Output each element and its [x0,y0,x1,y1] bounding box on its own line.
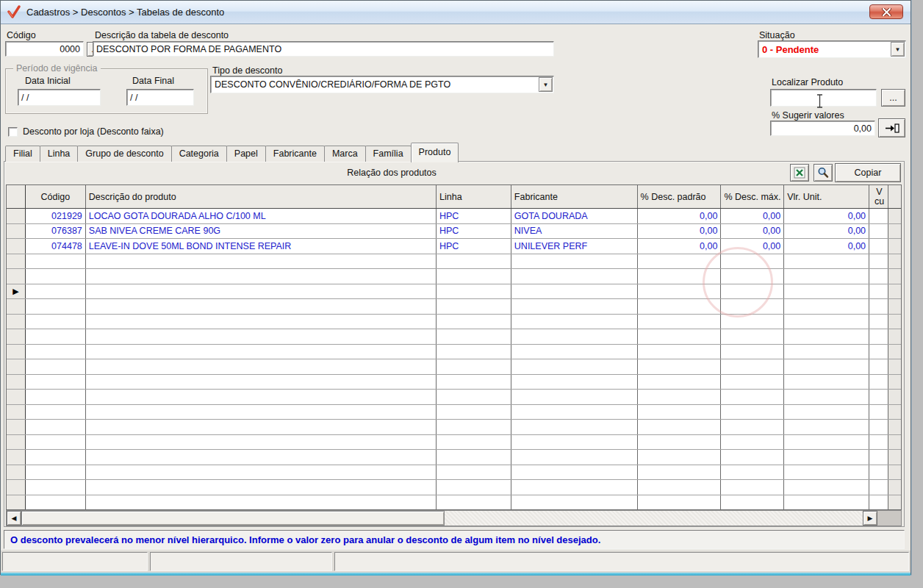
grid-cell[interactable] [638,329,722,344]
grid-cell[interactable] [26,254,86,269]
table-row[interactable] [7,390,901,405]
situacao-dropdown-button[interactable]: ▼ [891,42,905,57]
tab-grupo-de-desconto[interactable]: Grupo de desconto [77,146,171,162]
grid-cell[interactable] [721,495,784,510]
grid-cell[interactable] [511,465,638,480]
row-indicator-cell[interactable] [7,345,26,359]
grid-cell[interactable] [784,495,869,510]
column-header-linha[interactable]: Linha [437,185,511,208]
grid-cell[interactable] [638,345,722,359]
grid-cell-partial[interactable] [869,329,888,344]
grid-cell[interactable] [638,480,722,495]
grid-cell[interactable] [437,420,511,434]
table-row[interactable] [7,480,901,495]
tipo-desconto-dropdown-button[interactable]: ▼ [539,77,553,92]
grid-cell[interactable] [511,495,638,510]
grid-cell-partial[interactable] [869,315,888,329]
vertical-scrollbar-segment[interactable] [888,284,901,299]
grid-cell[interactable] [86,254,437,269]
grid-cell[interactable] [784,359,869,374]
grid-cell[interactable]: 074478 [26,239,86,254]
grid-cell-partial[interactable] [869,390,888,404]
row-indicator-cell[interactable] [7,420,26,434]
column-header-desc-max[interactable]: % Desc. máx. [721,185,784,208]
table-row[interactable]: 076387SAB NIVEA CREME CARE 90GHPCNIVEA0,… [7,224,901,240]
grid-cell[interactable] [26,299,86,314]
row-indicator-cell[interactable] [7,390,26,404]
grid-cell[interactable] [784,315,869,329]
row-indicator-cell[interactable] [7,375,26,390]
grid-cell[interactable] [437,450,511,465]
row-indicator-cell[interactable] [7,224,26,239]
grid-cell[interactable] [437,315,511,329]
table-row[interactable] [7,329,901,345]
table-row[interactable] [7,420,901,435]
grid-cell[interactable] [784,405,869,420]
grid-cell[interactable]: 0,00 [784,224,869,239]
grid-cell[interactable] [784,390,869,404]
grid-cell[interactable] [511,405,638,420]
column-header-vlr-unit[interactable]: Vlr. Unit. [784,185,869,208]
grid-cell[interactable]: 0,00 [638,239,722,254]
vertical-scrollbar-segment[interactable] [888,495,901,510]
grid-cell[interactable] [26,284,86,299]
grid-cell[interactable] [638,495,722,510]
grid-cell[interactable]: 0,00 [721,209,784,223]
grid-cell[interactable] [437,359,511,374]
grid-cell[interactable] [638,420,722,434]
table-row[interactable] [7,465,901,481]
grid-cell[interactable] [437,405,511,420]
grid-cell[interactable] [721,450,784,465]
table-row[interactable] [7,495,901,511]
grid-cell-partial[interactable] [869,495,888,510]
vertical-scrollbar-segment[interactable] [888,315,901,329]
grid-cell[interactable] [784,269,869,284]
grid-cell[interactable] [511,284,638,299]
tab-produto[interactable]: Produto [411,143,459,162]
vertical-scrollbar-segment[interactable] [888,345,901,359]
grid-cell[interactable] [437,375,511,390]
grid-cell[interactable] [86,450,437,465]
grid-cell[interactable] [721,375,784,390]
grid-cell-partial[interactable] [869,224,888,239]
grid-cell-partial[interactable] [869,254,888,269]
grid-cell[interactable] [86,329,437,344]
localizar-produto-field[interactable] [770,89,877,107]
grid-cell[interactable] [511,375,638,390]
grid-cell[interactable] [437,284,511,299]
grid-cell[interactable] [86,480,437,495]
grid-cell[interactable]: HPC [437,209,511,223]
row-indicator-cell[interactable] [7,329,26,344]
tab-categoria[interactable]: Categoria [171,146,227,162]
horizontal-scrollbar-thumb[interactable] [21,511,445,526]
grid-cell[interactable] [26,480,86,495]
table-row[interactable] [7,435,901,451]
close-button[interactable] [869,4,903,19]
grid-cell[interactable] [511,435,638,450]
grid-cell[interactable] [784,299,869,314]
vertical-scrollbar-segment[interactable] [888,420,901,434]
row-indicator-cell[interactable] [7,299,26,314]
grid-cell[interactable] [638,465,722,480]
tab-papel[interactable]: Papel [226,146,266,162]
localizar-browse-button[interactable]: ... [881,89,905,107]
vertical-scrollbar-segment[interactable] [888,329,901,344]
vertical-scrollbar-segment[interactable] [888,239,901,254]
grid-cell[interactable] [511,315,638,329]
grid-cell-partial[interactable] [869,239,888,254]
grid-cell-partial[interactable] [869,450,888,465]
grid-cell[interactable] [26,269,86,284]
grid-cell[interactable] [638,390,722,404]
grid-cell[interactable] [26,315,86,329]
grid-cell-partial[interactable] [869,435,888,450]
situacao-combobox[interactable]: 0 - Pendente ▼ [758,40,906,58]
scroll-left-button[interactable]: ◀ [7,511,21,526]
codigo-field[interactable]: 0000 [5,41,84,57]
grid-cell[interactable] [437,329,511,344]
grid-cell[interactable] [437,299,511,314]
row-indicator-cell[interactable] [7,435,26,450]
grid-cell[interactable] [784,254,869,269]
grid-cell[interactable]: 0,00 [638,209,722,223]
vertical-scrollbar-segment[interactable] [888,299,901,314]
table-row[interactable]: 021929LOCAO GOTA DOURADA ALHO C/100 MLHP… [7,209,901,224]
